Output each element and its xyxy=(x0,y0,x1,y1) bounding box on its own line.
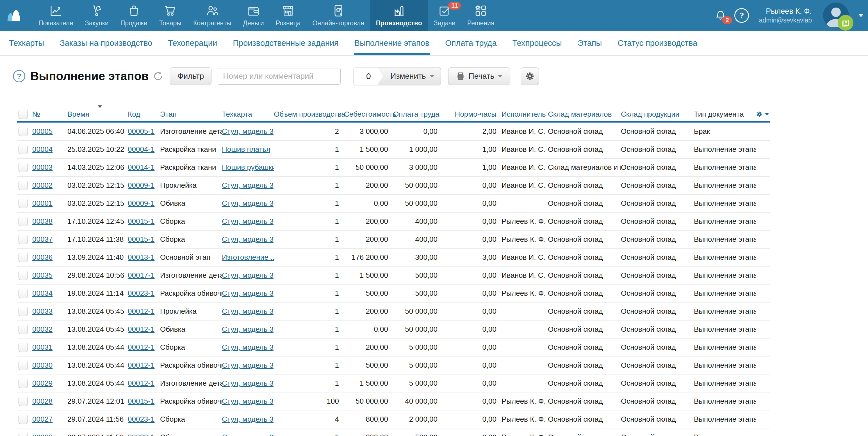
code-link[interactable]: 00023-1 xyxy=(128,415,154,423)
row-checkbox[interactable] xyxy=(19,325,28,334)
code-link[interactable]: 00015-1 xyxy=(128,217,154,226)
doc-number-link[interactable]: 00031 xyxy=(32,343,53,351)
techcard-link[interactable]: Стул, модель 3 xyxy=(222,271,274,280)
techcard-link[interactable]: Стул, модель 3 xyxy=(222,415,274,423)
tab-techprocesses[interactable]: Техпроцессы xyxy=(505,31,570,55)
nav-item-production[interactable]: Производство xyxy=(370,0,428,31)
row-checkbox[interactable] xyxy=(19,289,28,298)
doc-number-link[interactable]: 00030 xyxy=(32,361,53,369)
nav-item-money[interactable]: Деньги xyxy=(237,0,270,31)
code-link[interactable]: 00014-1 xyxy=(128,163,154,172)
header-code[interactable]: Код xyxy=(128,110,160,119)
print-button[interactable]: Печать xyxy=(448,67,510,85)
settings-button[interactable] xyxy=(521,67,539,85)
row-checkbox[interactable] xyxy=(19,433,28,436)
header-hours[interactable]: Нормо-часы xyxy=(442,110,501,119)
header-stage[interactable]: Этап xyxy=(160,110,222,119)
doc-number-link[interactable]: 00029 xyxy=(32,379,53,387)
doc-number-link[interactable]: 00035 xyxy=(32,271,53,280)
doc-number-link[interactable]: 00028 xyxy=(32,397,53,405)
header-executor[interactable]: Исполнитель xyxy=(501,110,548,119)
techcard-link[interactable]: Стул, модель 3 xyxy=(222,433,274,436)
page-help-icon[interactable]: ? xyxy=(13,70,25,82)
techcard-link[interactable]: Стул, модель 3 xyxy=(222,397,274,405)
doc-number-link[interactable]: 00005 xyxy=(32,127,53,136)
nav-item-indicators[interactable]: Показатели xyxy=(33,0,79,31)
nav-item-counterparties[interactable]: Контрагенты xyxy=(187,0,237,31)
code-link[interactable]: 00012-1 xyxy=(128,361,154,369)
tab-stages[interactable]: Этапы xyxy=(570,31,610,55)
doc-number-link[interactable]: 00001 xyxy=(32,199,53,207)
row-checkbox[interactable] xyxy=(19,163,28,172)
techcard-link[interactable]: Пошив платья xyxy=(222,145,270,153)
techcard-link[interactable]: Стул, модель 3 xyxy=(222,217,274,226)
tab-labor-payment[interactable]: Оплата труда xyxy=(437,31,505,55)
code-link[interactable]: 00012-1 xyxy=(128,343,154,351)
doc-number-link[interactable]: 00027 xyxy=(32,415,53,423)
row-checkbox[interactable] xyxy=(19,379,28,388)
row-checkbox[interactable] xyxy=(19,397,28,406)
row-checkbox[interactable] xyxy=(19,217,28,226)
row-checkbox[interactable] xyxy=(19,415,28,424)
code-link[interactable]: 00009-1 xyxy=(128,199,154,207)
techcard-link[interactable]: Изготовление ... xyxy=(222,253,274,261)
filter-button[interactable]: Фильтр xyxy=(170,67,212,85)
row-checkbox[interactable] xyxy=(19,145,28,154)
search-input[interactable] xyxy=(218,68,341,85)
doc-number-link[interactable]: 00004 xyxy=(32,145,53,153)
code-link[interactable]: 00023-1 xyxy=(128,289,154,297)
techcard-link[interactable]: Стул, модель 3 xyxy=(222,307,274,315)
code-link[interactable]: 00004-1 xyxy=(128,145,154,153)
header-cost[interactable]: Себестоимость xyxy=(344,110,393,119)
nav-item-online-trade[interactable]: Онлайн-торговля xyxy=(307,0,370,31)
doc-number-link[interactable]: 00003 xyxy=(32,163,53,172)
code-link[interactable]: 00017-1 xyxy=(128,271,154,280)
row-checkbox[interactable] xyxy=(19,361,28,370)
row-checkbox[interactable] xyxy=(19,235,28,244)
techcard-link[interactable]: Пошив рубашки xyxy=(222,163,274,172)
doc-number-link[interactable]: 00038 xyxy=(32,217,53,226)
change-button[interactable]: Изменить xyxy=(383,67,440,85)
nav-item-goods[interactable]: Товары xyxy=(153,0,187,31)
techcard-link[interactable]: Стул, модель 3 xyxy=(222,181,274,190)
user-menu-caret-icon[interactable] xyxy=(859,14,864,17)
row-checkbox[interactable] xyxy=(19,307,28,316)
tab-production-orders[interactable]: Заказы на производство xyxy=(52,31,160,55)
tab-stage-execution[interactable]: Выполнение этапов xyxy=(346,31,437,55)
techcard-link[interactable]: Стул, модель 3 xyxy=(222,379,274,387)
user-info[interactable]: Рылеев К. Ф. admin@sevkavlab xyxy=(759,7,812,25)
header-number[interactable]: № xyxy=(32,110,67,119)
doc-number-link[interactable]: 00002 xyxy=(32,181,53,190)
code-link[interactable]: 00013-1 xyxy=(128,253,154,261)
code-link[interactable]: 00015-1 xyxy=(128,235,154,243)
change-selected-control[interactable]: 0 Изменить xyxy=(353,67,441,85)
doc-number-link[interactable]: 00036 xyxy=(32,253,53,261)
doc-number-link[interactable]: 00033 xyxy=(32,307,53,315)
header-time[interactable]: Время xyxy=(67,110,128,119)
doc-number-link[interactable]: 00026 xyxy=(32,433,53,436)
row-checkbox[interactable] xyxy=(19,253,28,262)
row-checkbox[interactable] xyxy=(19,343,28,352)
doc-number-link[interactable]: 00032 xyxy=(32,325,53,333)
header-volume[interactable]: Объем производства xyxy=(274,110,344,119)
code-link[interactable]: 00012-1 xyxy=(128,379,154,387)
header-products-store[interactable]: Склад продукции xyxy=(621,110,694,119)
nav-item-retail[interactable]: Розница xyxy=(270,0,307,31)
techcard-link[interactable]: Стул, модель 3 xyxy=(222,199,274,207)
techcard-link[interactable]: Стул, модель 3 xyxy=(222,361,274,369)
nav-item-purchases[interactable]: Закупки xyxy=(79,0,115,31)
header-materials-store[interactable]: Склад материалов xyxy=(548,110,621,119)
nav-item-sales[interactable]: Продажи xyxy=(115,0,153,31)
code-link[interactable]: 00009-1 xyxy=(128,181,154,190)
help-icon[interactable]: ? xyxy=(734,8,749,23)
header-techcard[interactable]: Техкарта xyxy=(222,110,274,119)
tab-techcards[interactable]: Техкарты xyxy=(1,31,52,55)
row-checkbox[interactable] xyxy=(19,181,28,190)
refresh-icon[interactable] xyxy=(153,70,164,82)
code-link[interactable]: 00015-1 xyxy=(128,397,154,405)
code-link[interactable]: 00012-1 xyxy=(128,307,154,315)
techcard-link[interactable]: Стул, модель 3 xyxy=(222,343,274,351)
columns-settings[interactable] xyxy=(756,111,770,118)
tab-production-status[interactable]: Статус производства xyxy=(610,31,705,55)
code-link[interactable]: 00005-1 xyxy=(128,127,154,136)
